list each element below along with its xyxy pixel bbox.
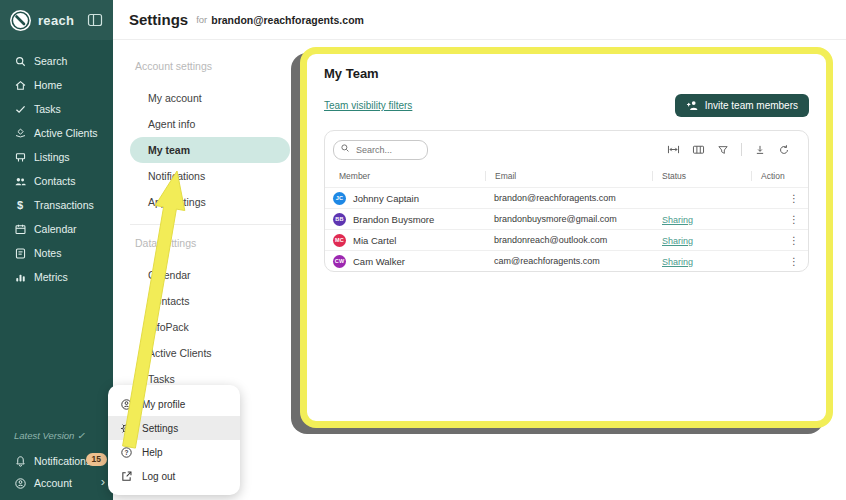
member-email: brandon@reachforagents.com (485, 193, 652, 203)
settings-nav-infopack[interactable]: InfoPack (130, 314, 290, 340)
home-icon (13, 78, 27, 92)
svg-text:?: ? (125, 448, 129, 455)
settings-nav-agent-info[interactable]: Agent info (130, 111, 290, 137)
sidebar-item-active-clients[interactable]: Active Clients (0, 121, 113, 145)
table-row[interactable]: BBBrandon Buysmore brandonbuysmore@gmail… (325, 208, 808, 229)
more-actions-icon[interactable]: ⋮ (789, 235, 799, 246)
filter-icon[interactable] (717, 144, 729, 156)
settings-section-heading: Account settings (130, 60, 303, 72)
sidebar-footer: Latest Version ✓ Notifications 15 Accoun… (0, 430, 113, 494)
invite-team-members-button[interactable]: Invite team members (675, 94, 809, 117)
member-name: Johnny Captain (353, 193, 419, 204)
menu-item-log-out[interactable]: Log out (108, 464, 240, 488)
member-name: Mia Cartel (353, 235, 396, 246)
sidebar-item-metrics[interactable]: Metrics (0, 265, 113, 289)
menu-item-help[interactable]: ? Help (108, 440, 240, 464)
avatar: CW (333, 255, 346, 268)
member-name: Brandon Buysmore (353, 214, 434, 225)
column-header-status[interactable]: Status (652, 171, 751, 181)
account-icon (13, 476, 27, 490)
sidebar-item-transactions[interactable]: $ Transactions (0, 193, 113, 217)
collapse-sidebar-icon[interactable] (87, 12, 103, 28)
settings-nav-contacts[interactable]: Contacts (130, 288, 290, 314)
reach-logo-icon (10, 10, 31, 31)
table-columns-icon[interactable] (692, 143, 705, 156)
fit-columns-icon[interactable] (667, 143, 680, 156)
menu-item-my-profile[interactable]: My profile (108, 392, 240, 416)
settings-nav-my-account[interactable]: My account (130, 85, 290, 111)
sidebar-item-listings[interactable]: Listings (0, 145, 113, 169)
column-header-email[interactable]: Email (485, 171, 652, 181)
header-account-email: brandon@reachforagents.com (211, 14, 364, 26)
member-name: Cam Walker (353, 256, 405, 267)
note-icon (13, 246, 27, 260)
table-row[interactable]: JCJohnny Captain brandon@reachforagents.… (325, 187, 808, 208)
account-menu: My profile Settings ? Help Log out (108, 385, 240, 495)
my-team-panel: My Team Team visibility filters Invite t… (300, 47, 833, 428)
more-actions-icon[interactable]: ⋮ (789, 193, 799, 204)
sidebar-item-search[interactable]: Search (0, 49, 113, 73)
status-link[interactable]: Sharing (662, 215, 693, 225)
bar-chart-icon (13, 270, 27, 284)
column-header-action[interactable]: Action (751, 171, 808, 181)
download-icon[interactable] (754, 144, 766, 156)
help-icon: ? (120, 446, 133, 459)
avatar: MC (333, 234, 346, 247)
table-header-row: Member Email Status Action (325, 166, 808, 187)
people-icon (13, 174, 27, 188)
sidebar: reach Search Home Tasks Active Clients L… (0, 0, 113, 500)
gear-icon (120, 422, 133, 435)
version-status: Latest Version ✓ (0, 430, 113, 441)
logout-icon (120, 470, 133, 483)
member-email: brandonbuysmore@gmail.com (485, 214, 652, 224)
status-link[interactable]: Sharing (662, 236, 693, 246)
profile-icon (120, 398, 133, 411)
sidebar-item-notifications[interactable]: Notifications 15 (0, 450, 113, 472)
avatar: BB (333, 213, 346, 226)
settings-nav-active-clients[interactable]: Active Clients (130, 340, 290, 366)
status-link[interactable]: Sharing (662, 257, 693, 267)
sidebar-item-contacts[interactable]: Contacts (0, 169, 113, 193)
sidebar-item-account[interactable]: Account › (0, 472, 113, 494)
person-add-icon (686, 100, 699, 111)
settings-nav-notifications[interactable]: Notifications (130, 163, 290, 189)
sidebar-item-calendar[interactable]: Calendar (0, 217, 113, 241)
menu-item-settings[interactable]: Settings (108, 416, 240, 440)
team-visibility-filters-link[interactable]: Team visibility filters (324, 100, 412, 111)
sidebar-item-tasks[interactable]: Tasks (0, 97, 113, 121)
column-header-member[interactable]: Member (325, 171, 485, 181)
settings-nav-my-team[interactable]: My team (130, 137, 290, 163)
table-row[interactable]: CWCam Walker cam@reachforagents.com Shar… (325, 250, 808, 271)
avatar: JC (333, 192, 346, 205)
handshake-icon (13, 126, 27, 140)
settings-nav-app-settings[interactable]: App settings (130, 189, 290, 215)
more-actions-icon[interactable]: ⋮ (789, 256, 799, 267)
member-email: brandonreach@outlook.com (485, 235, 652, 245)
sidebar-item-notes[interactable]: Notes (0, 241, 113, 265)
divider (741, 143, 742, 156)
sidebar-header: reach (0, 0, 113, 40)
notifications-badge: 15 (86, 453, 107, 466)
sidebar-nav: Search Home Tasks Active Clients Listing… (0, 49, 113, 289)
header-preposition: for (196, 14, 207, 25)
table-search (333, 139, 428, 160)
team-table-card: Member Email Status Action JCJohnny Capt… (324, 130, 809, 272)
page-header: Settings for brandon@reachforagents.com (113, 0, 846, 40)
settings-nav-calendar[interactable]: Calendar (130, 262, 290, 288)
panel-title: My Team (324, 66, 809, 81)
member-email: cam@reachforagents.com (485, 256, 652, 266)
sidebar-item-home[interactable]: Home (0, 73, 113, 97)
app-name: reach (38, 13, 87, 28)
table-toolbar (667, 143, 790, 156)
refresh-icon[interactable] (778, 144, 790, 156)
sign-icon (13, 150, 27, 164)
search-icon (340, 143, 350, 153)
settings-section-heading: Data settings (130, 237, 303, 249)
page-title: Settings (129, 11, 188, 28)
chevron-right-icon: › (101, 474, 105, 489)
dollar-icon: $ (13, 198, 27, 212)
table-row[interactable]: MCMia Cartel brandonreach@outlook.com Sh… (325, 229, 808, 250)
search-icon (13, 54, 27, 68)
divider (130, 224, 292, 225)
more-actions-icon[interactable]: ⋮ (789, 214, 799, 225)
